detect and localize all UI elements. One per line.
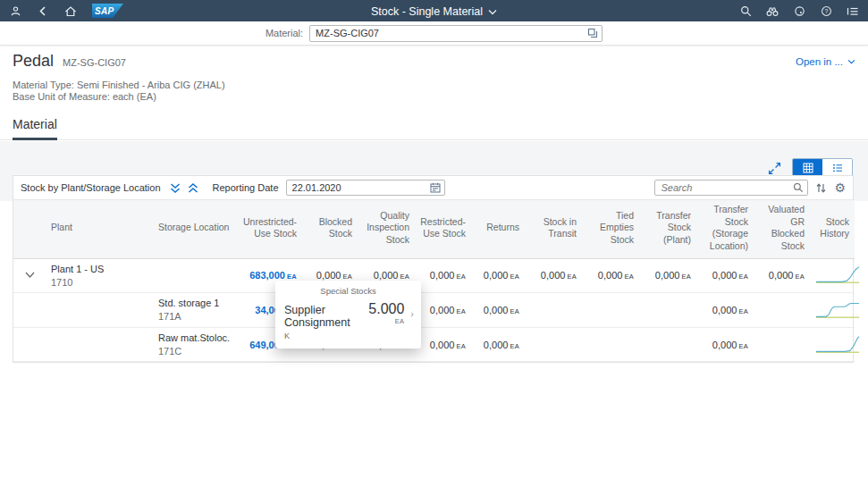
- reporting-date-input[interactable]: [292, 182, 430, 193]
- reporting-date-label: Reporting Date: [213, 182, 279, 193]
- expand-all-icon[interactable]: [188, 182, 198, 194]
- open-in-label: Open in ...: [796, 56, 843, 67]
- column-header[interactable]: Stock History: [810, 200, 855, 259]
- search-icon[interactable]: [739, 4, 752, 17]
- stock-value: 0,000EA: [430, 305, 466, 315]
- shellbar-right: ?: [739, 4, 859, 17]
- column-header[interactable]: Unrestricted-Use Stock: [238, 200, 302, 259]
- table-toolbar: Stock by Plant/Storage Location Reportin…: [13, 176, 853, 199]
- tab-material[interactable]: Material: [13, 117, 57, 140]
- stock-value: 0,000EA: [430, 270, 466, 281]
- table-body: Plant 1 - US1710683,000EA0,000EA0,000EA0…: [13, 258, 855, 362]
- back-icon[interactable]: [37, 4, 49, 17]
- material-input-wrap: [309, 25, 603, 42]
- filter-bar: Material:: [0, 21, 868, 46]
- home-icon[interactable]: [64, 4, 77, 17]
- calendar-icon[interactable]: [430, 182, 441, 193]
- search-input[interactable]: [661, 182, 793, 193]
- column-header[interactable]: Valuated GR Blocked Stock: [754, 200, 810, 259]
- unrestricted-stock-link[interactable]: 683,000EA: [249, 270, 297, 281]
- shellbar: SAP Stock - Single Material: [0, 0, 868, 21]
- app-title-text: Stock - Single Material: [371, 5, 483, 18]
- stock-history-sparkline[interactable]: [815, 264, 860, 284]
- material-id: MZ-SG-CIG07: [63, 57, 126, 68]
- reporting-date-wrap: [286, 180, 445, 196]
- help-icon[interactable]: ?: [820, 4, 832, 17]
- special-stock-unit: EA: [368, 317, 404, 325]
- stock-value: 0,000EA: [430, 340, 466, 350]
- table-title: Stock by Plant/Storage Location: [21, 182, 161, 193]
- location-name: Std. storage 1: [158, 297, 232, 309]
- search-icon[interactable]: [793, 182, 804, 193]
- menu-icon[interactable]: [847, 4, 859, 17]
- column-header[interactable]: Storage Location: [153, 200, 238, 259]
- column-header-expander: [13, 200, 46, 259]
- column-header[interactable]: Transfer Stock (Plant): [639, 200, 696, 259]
- special-stock-label: Supplier Consignment: [284, 301, 368, 329]
- column-header[interactable]: Tied Empties Stock: [582, 200, 639, 259]
- special-stock-value: 5.000: [368, 301, 404, 316]
- tab-bar: Material: [0, 116, 868, 140]
- stock-value: 0,000EA: [484, 270, 519, 281]
- location-name: Raw mat.Stoloc.: [158, 332, 232, 344]
- column-header[interactable]: Transfer Stock (Storage Location): [696, 200, 754, 259]
- svg-text:?: ?: [824, 8, 828, 14]
- sap-logo[interactable]: SAP: [92, 4, 123, 18]
- binoculars-icon[interactable]: [766, 4, 779, 17]
- expand-chevron-icon[interactable]: [24, 271, 36, 279]
- open-in-button[interactable]: Open in ...: [796, 56, 855, 67]
- stock-table: PlantStorage LocationUnrestricted-Use St…: [13, 199, 855, 362]
- location-name: Plant 1 - US: [51, 263, 147, 275]
- column-header[interactable]: Restricted-Use Stock: [415, 200, 471, 259]
- table-view-button[interactable]: [793, 159, 822, 177]
- list-view-button[interactable]: [822, 159, 852, 177]
- fullscreen-icon[interactable]: [768, 162, 781, 175]
- table-row[interactable]: Raw mat.Stoloc.171C649,000EA0,000EA0,000…: [13, 327, 855, 362]
- copilot-icon[interactable]: [793, 4, 805, 17]
- table-row[interactable]: Plant 1 - US1710683,000EA0,000EA0,000EA0…: [13, 258, 855, 293]
- stock-value: 0,000EA: [655, 270, 691, 281]
- location-code: 171C: [158, 345, 232, 357]
- stock-value: 0,000EA: [712, 305, 748, 315]
- chevron-right-icon[interactable]: ›: [404, 301, 414, 319]
- app-screen: SAP Stock - Single Material: [0, 0, 868, 487]
- user-icon[interactable]: [9, 4, 21, 17]
- popover-title: Special Stocks: [275, 281, 421, 298]
- shellbar-center: Stock - Single Material: [0, 3, 868, 19]
- value-help-icon[interactable]: [587, 28, 598, 38]
- stock-value: 0,000EA: [712, 340, 748, 350]
- stock-value: 0,000EA: [484, 340, 519, 350]
- app-title[interactable]: Stock - Single Material: [371, 5, 497, 18]
- chevron-down-icon: [847, 59, 855, 64]
- column-header[interactable]: Stock in Transit: [525, 200, 582, 259]
- special-stock-item[interactable]: Supplier Consignment 5.000 EA ›: [275, 298, 421, 329]
- location-code: 1710: [51, 276, 147, 289]
- stock-value: 0,000EA: [769, 270, 805, 281]
- special-stock-value-block: 5.000 EA: [368, 301, 404, 325]
- stock-value: 0,000EA: [374, 270, 409, 281]
- column-header[interactable]: Returns: [471, 200, 525, 259]
- table-header: PlantStorage LocationUnrestricted-Use St…: [13, 200, 855, 259]
- base-unit-attribute: Base Unit of Measure: each (EA): [13, 91, 156, 102]
- search-field-wrap: [654, 180, 808, 196]
- sort-icon[interactable]: [815, 182, 827, 194]
- material-input[interactable]: [316, 28, 587, 38]
- stock-value: 0,000EA: [541, 270, 577, 281]
- collapse-all-icon[interactable]: [170, 182, 181, 194]
- stock-history-sparkline[interactable]: [815, 334, 860, 354]
- table-row[interactable]: Std. storage 1171A34,000EA0,000EA0,000EA…: [13, 293, 855, 328]
- column-header[interactable]: Quality Inspection Stock: [358, 200, 415, 259]
- material-label: Material:: [265, 28, 303, 38]
- location-code: 171A: [158, 310, 232, 323]
- popover-footnote: K: [275, 329, 421, 348]
- column-header[interactable]: Plant: [46, 200, 153, 259]
- column-header[interactable]: Blocked Stock: [302, 200, 358, 259]
- settings-gear-icon[interactable]: ⚙: [834, 181, 846, 194]
- shellbar-left: SAP: [9, 4, 123, 18]
- stock-history-sparkline[interactable]: [815, 299, 860, 319]
- stock-table-card: Stock by Plant/Storage Location Reportin…: [13, 175, 854, 363]
- stock-value: 0,000EA: [598, 270, 634, 281]
- stock-value: 0,000EA: [316, 270, 352, 281]
- stock-value: 0,000EA: [484, 305, 519, 315]
- stock-value: 0,000EA: [712, 270, 748, 281]
